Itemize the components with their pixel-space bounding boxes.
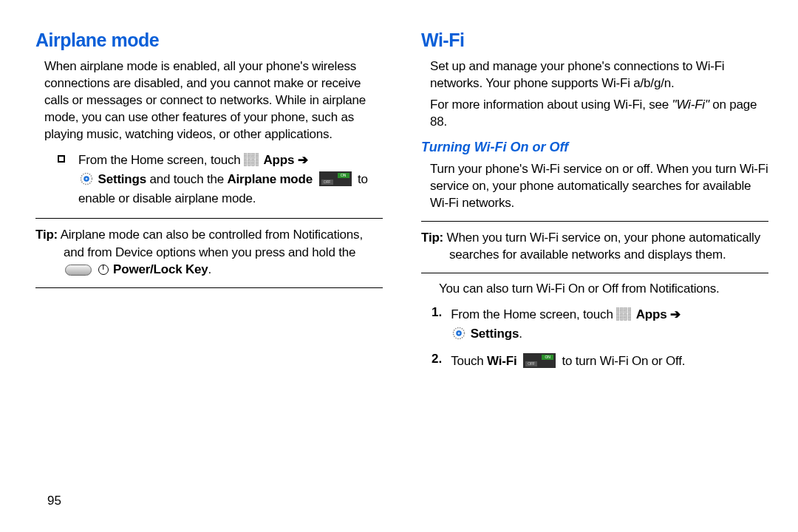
svg-rect-14 bbox=[252, 163, 255, 166]
heading-wifi: Wi-Fi bbox=[421, 30, 768, 51]
svg-rect-2 bbox=[252, 153, 255, 156]
wifi-notifications-note: You can also turn Wi-Fi On or Off from N… bbox=[421, 281, 768, 298]
settings-gear-icon bbox=[80, 172, 93, 185]
divider bbox=[35, 218, 383, 219]
svg-rect-0 bbox=[244, 153, 247, 156]
svg-rect-31 bbox=[616, 318, 619, 321]
svg-rect-20 bbox=[620, 307, 623, 310]
tip-label: Tip: bbox=[35, 228, 58, 242]
svg-rect-9 bbox=[248, 160, 250, 163]
svg-rect-25 bbox=[624, 311, 627, 314]
svg-rect-4 bbox=[244, 156, 247, 159]
step-text: Touch Wi-Fi ONOFF to turn Wi-Fi On or Of… bbox=[451, 352, 685, 371]
svg-rect-34 bbox=[628, 318, 631, 321]
wifi-reference: "Wi-Fi" bbox=[672, 98, 709, 112]
svg-rect-32 bbox=[620, 318, 623, 321]
power-circle-icon bbox=[98, 265, 109, 275]
text: . bbox=[519, 327, 522, 341]
svg-rect-22 bbox=[628, 307, 631, 310]
settings-label: Settings bbox=[98, 172, 146, 186]
airplane-intro: When airplane mode is enabled, all your … bbox=[44, 58, 383, 143]
text: Touch bbox=[451, 354, 487, 368]
tip-label: Tip: bbox=[421, 231, 443, 245]
bullet-item: From the Home screen, touch Apps ➔ bbox=[58, 151, 383, 209]
left-column: Airplane mode When airplane mode is enab… bbox=[35, 30, 383, 371]
arrow-icon: ➔ bbox=[670, 307, 681, 321]
settings-label: Settings bbox=[471, 327, 519, 341]
svg-rect-19 bbox=[616, 307, 619, 310]
settings-gear-icon bbox=[452, 327, 466, 340]
apps-grid-icon bbox=[244, 153, 259, 166]
svg-rect-21 bbox=[624, 307, 627, 310]
divider bbox=[421, 221, 768, 222]
svg-rect-24 bbox=[620, 311, 623, 314]
toggle-on-off-icon: ONOFF bbox=[319, 171, 352, 186]
text: From the Home screen, touch bbox=[451, 307, 616, 321]
wifi-intro-2: For more information about using Wi-Fi, … bbox=[430, 97, 768, 131]
svg-rect-10 bbox=[252, 160, 255, 163]
page-number: 95 bbox=[47, 494, 61, 508]
text: From the Home screen, touch bbox=[78, 153, 244, 167]
svg-rect-8 bbox=[244, 160, 247, 163]
wifi-tip: Tip: When you turn Wi-Fi service on, you… bbox=[421, 229, 768, 265]
svg-rect-26 bbox=[628, 311, 631, 314]
apps-label: Apps bbox=[264, 153, 295, 167]
svg-rect-28 bbox=[620, 314, 623, 317]
airplane-mode-label: Airplane mode bbox=[227, 172, 312, 186]
divider bbox=[421, 273, 768, 273]
svg-rect-23 bbox=[616, 311, 619, 314]
step-text: From the Home screen, touch Apps ➔ bbox=[451, 305, 681, 344]
svg-rect-13 bbox=[248, 163, 250, 166]
power-key-label: Power/Lock Key bbox=[113, 262, 208, 276]
text: and touch the bbox=[150, 172, 228, 186]
svg-rect-29 bbox=[624, 314, 627, 317]
text: Airplane mode can also be controlled fro… bbox=[61, 228, 363, 259]
apps-grid-icon bbox=[616, 307, 631, 321]
text: . bbox=[208, 262, 212, 276]
power-key-icon bbox=[65, 265, 92, 276]
text: When you turn Wi-Fi service on, your pho… bbox=[447, 231, 760, 262]
wifi-sub-p: Turn your phone's Wi-Fi service on or of… bbox=[430, 161, 768, 212]
step-number: 1. bbox=[432, 305, 442, 344]
step-1: 1. From the Home screen, touch Apps ➔ bbox=[432, 305, 768, 344]
svg-rect-11 bbox=[256, 160, 259, 163]
svg-rect-7 bbox=[256, 156, 259, 159]
airplane-tip: Tip: Airplane mode can also be controlle… bbox=[35, 226, 383, 279]
text: to turn Wi-Fi On or Off. bbox=[562, 354, 686, 368]
svg-rect-30 bbox=[628, 314, 631, 317]
step-2: 2. Touch Wi-Fi ONOFF to turn Wi-Fi On or… bbox=[432, 352, 768, 371]
bullet-text: From the Home screen, touch Apps ➔ bbox=[78, 151, 383, 209]
bullet-marker-icon bbox=[58, 155, 65, 163]
svg-rect-33 bbox=[624, 318, 627, 321]
svg-point-18 bbox=[86, 178, 88, 180]
svg-rect-15 bbox=[256, 163, 259, 166]
svg-point-37 bbox=[458, 332, 460, 335]
heading-airplane: Airplane mode bbox=[35, 30, 383, 51]
text: For more information about using Wi-Fi, … bbox=[430, 98, 672, 112]
step-number: 2. bbox=[432, 352, 442, 371]
apps-label: Apps bbox=[636, 307, 667, 321]
svg-rect-27 bbox=[616, 314, 619, 317]
right-column: Wi-Fi Set up and manage your phone's con… bbox=[421, 30, 768, 371]
svg-rect-3 bbox=[256, 153, 259, 156]
svg-rect-6 bbox=[252, 156, 255, 159]
toggle-on-off-icon: ONOFF bbox=[523, 353, 556, 368]
wifi-intro-1: Set up and manage your phone's connectio… bbox=[430, 58, 768, 92]
divider bbox=[35, 287, 383, 288]
arrow-icon: ➔ bbox=[298, 153, 308, 167]
svg-rect-5 bbox=[248, 156, 250, 159]
wifi-label: Wi-Fi bbox=[487, 354, 516, 368]
svg-rect-1 bbox=[248, 153, 250, 156]
subheading-turning-wifi: Turning Wi-Fi On or Off bbox=[421, 140, 768, 155]
svg-rect-12 bbox=[244, 163, 247, 166]
